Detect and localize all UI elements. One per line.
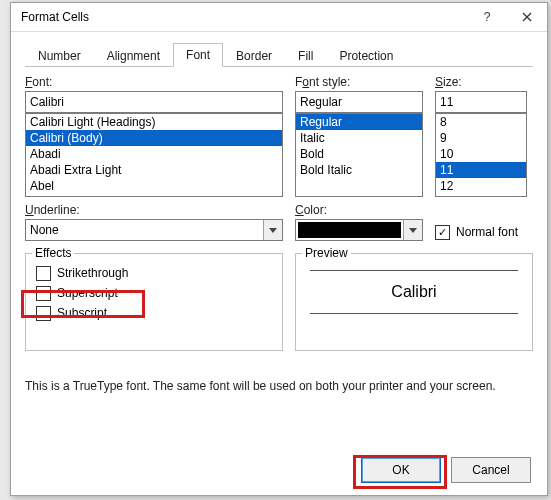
tab-protection[interactable]: Protection [326, 44, 406, 67]
preview-group: Preview Calibri [295, 253, 533, 351]
window-title: Format Cells [21, 10, 467, 24]
fontstyle-input[interactable]: Regular [295, 91, 423, 113]
titlebar: Format Cells ? [11, 3, 547, 32]
underline-value: None [26, 220, 263, 240]
help-button[interactable]: ? [467, 3, 507, 31]
normal-font-checkbox[interactable]: ✓ Normal font [435, 223, 527, 241]
close-icon [522, 12, 532, 22]
fontstyle-listbox[interactable]: Regular Italic Bold Bold Italic [295, 113, 423, 197]
cancel-button[interactable]: Cancel [451, 457, 531, 483]
preview-group-label: Preview [302, 246, 351, 260]
subscript-checkbox[interactable]: Subscript [36, 304, 272, 322]
color-label: Color: [295, 203, 423, 217]
fontstyle-option[interactable]: Bold Italic [296, 162, 422, 178]
superscript-label: Superscript [57, 286, 118, 300]
effects-group: Effects Strikethrough Superscript Subscr… [25, 253, 283, 351]
font-description: This is a TrueType font. The same font w… [25, 379, 533, 393]
ok-button[interactable]: OK [361, 457, 441, 483]
chevron-down-icon [409, 228, 417, 233]
color-swatch [298, 222, 401, 238]
tab-number[interactable]: Number [25, 44, 94, 67]
underline-label: Underline: [25, 203, 283, 217]
fontstyle-label: Font style: [295, 75, 423, 89]
fontstyle-option[interactable]: Bold [296, 146, 422, 162]
size-input[interactable]: 11 [435, 91, 527, 113]
underline-combo[interactable]: None [25, 219, 283, 241]
size-option[interactable]: 11 [436, 162, 526, 178]
font-option[interactable]: Abril Fatface [26, 194, 282, 197]
font-option[interactable]: Abadi [26, 146, 282, 162]
color-combo[interactable] [295, 219, 423, 241]
checkbox-icon [36, 286, 51, 301]
font-option[interactable]: Calibri (Body) [26, 130, 282, 146]
font-input[interactable]: Calibri [25, 91, 283, 113]
normal-font-label: Normal font [456, 225, 518, 239]
font-listbox[interactable]: Calibri Light (Headings) Calibri (Body) … [25, 113, 283, 197]
effects-group-label: Effects [32, 246, 74, 260]
fontstyle-option[interactable]: Italic [296, 130, 422, 146]
tab-border[interactable]: Border [223, 44, 285, 67]
size-listbox[interactable]: 8 9 10 11 12 14 [435, 113, 527, 197]
tab-fill[interactable]: Fill [285, 44, 326, 67]
dropdown-button[interactable] [263, 220, 282, 240]
dropdown-button[interactable] [403, 220, 422, 240]
close-button[interactable] [507, 3, 547, 31]
strikethrough-checkbox[interactable]: Strikethrough [36, 264, 272, 282]
checkbox-icon: ✓ [435, 225, 450, 240]
subscript-label: Subscript [57, 306, 107, 320]
font-option[interactable]: Abel [26, 178, 282, 194]
font-option[interactable]: Abadi Extra Light [26, 162, 282, 178]
font-label: Font: [25, 75, 283, 89]
font-option[interactable]: Calibri Light (Headings) [26, 114, 282, 130]
strikethrough-label: Strikethrough [57, 266, 128, 280]
size-label: Size: [435, 75, 527, 89]
size-option[interactable]: 10 [436, 146, 526, 162]
fontstyle-option[interactable]: Regular [296, 114, 422, 130]
preview-sample: Calibri [310, 270, 518, 314]
checkbox-icon [36, 306, 51, 321]
tab-strip: Number Alignment Font Border Fill Protec… [25, 42, 533, 67]
tab-font[interactable]: Font [173, 43, 223, 67]
superscript-checkbox[interactable]: Superscript [36, 284, 272, 302]
checkbox-icon [36, 266, 51, 281]
size-option[interactable]: 9 [436, 130, 526, 146]
chevron-down-icon [269, 228, 277, 233]
format-cells-dialog: Format Cells ? Number Alignment Font Bor… [10, 2, 548, 496]
size-option[interactable]: 14 [436, 194, 526, 197]
tab-alignment[interactable]: Alignment [94, 44, 173, 67]
size-option[interactable]: 12 [436, 178, 526, 194]
size-option[interactable]: 8 [436, 114, 526, 130]
